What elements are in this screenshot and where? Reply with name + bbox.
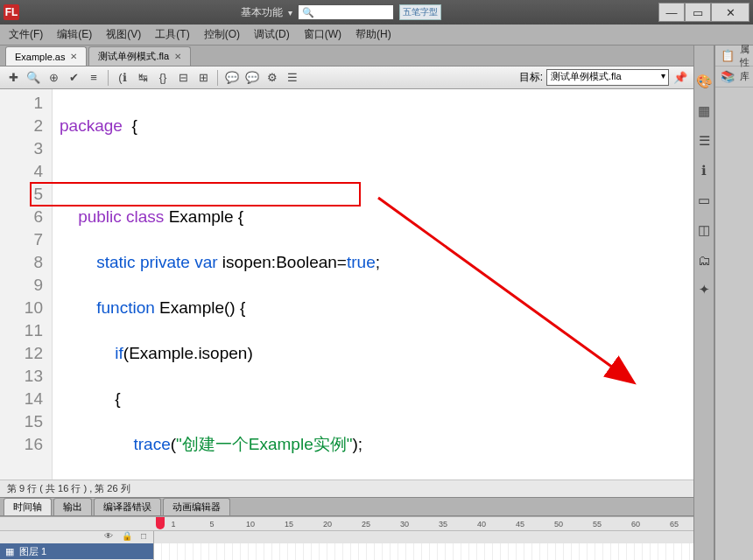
menu-bar: 文件(F) 编辑(E) 视图(V) 工具(T) 控制(O) 调试(D) 窗口(W…: [0, 24, 753, 46]
options-icon[interactable]: ☰: [285, 70, 300, 86]
title-bar: FL 基本功能 ▾ 🔍 五笔字型 — ▭ ✕: [0, 0, 753, 24]
frames-area[interactable]: [154, 531, 693, 560]
dock-label: 库: [740, 70, 749, 83]
mid-icon-dock: 🎨 ▦ ☰ ℹ ▭ ◫ 🗂 ✦: [694, 46, 714, 560]
align-icon[interactable]: ☰: [694, 131, 714, 150]
check-icon[interactable]: ✔: [66, 70, 81, 86]
transform-icon[interactable]: ▭: [694, 191, 714, 210]
right-dock: 📋 属性 📚 库: [714, 46, 753, 560]
library-panel-tab[interactable]: 📚 库: [715, 66, 753, 88]
playhead[interactable]: [156, 517, 165, 529]
properties-panel-tab[interactable]: 📋 属性: [715, 46, 753, 66]
close-button[interactable]: ✕: [711, 3, 749, 22]
eye-icon[interactable]: 👁: [104, 531, 113, 543]
search-input[interactable]: 🔍: [298, 4, 394, 20]
menu-edit[interactable]: 编辑(E): [57, 27, 92, 42]
motion-presets-icon[interactable]: ✦: [694, 280, 714, 299]
file-tab-bar: Example.as ✕ 测试单例模式.fla ✕: [0, 46, 693, 66]
format-icon[interactable]: ≡: [86, 70, 102, 86]
code-body[interactable]: package { public class Example { static …: [53, 89, 693, 480]
minimize-button[interactable]: —: [658, 3, 685, 22]
menu-debug[interactable]: 调试(D): [254, 27, 290, 42]
close-icon[interactable]: ✕: [70, 52, 77, 61]
library-quick-icon[interactable]: ◫: [694, 220, 714, 240]
target-select[interactable]: 测试单例模式.fla: [546, 69, 669, 86]
target-label: 目标:: [519, 70, 543, 85]
menu-window[interactable]: 窗口(W): [304, 27, 341, 42]
tab-motion-editor[interactable]: 动画编辑器: [163, 498, 230, 515]
layer-icon: ▦: [5, 546, 14, 557]
menu-control[interactable]: 控制(O): [204, 27, 240, 42]
file-tab-fla[interactable]: 测试单例模式.fla ✕: [88, 46, 191, 66]
file-tab-example[interactable]: Example.as ✕: [5, 46, 87, 66]
swatches-icon[interactable]: 🎨: [694, 72, 714, 91]
lock-icon[interactable]: 🔒: [122, 531, 132, 543]
hint-icon[interactable]: (ℹ: [115, 70, 130, 86]
bottom-panel-tabs: 时间轴 输出 编译器错误 动画编辑器: [0, 497, 693, 516]
ime-badge: 五笔字型: [399, 4, 441, 20]
editor-status-bar: 第 9 行 ( 共 16 行 ) , 第 26 列: [0, 480, 693, 497]
layer-row[interactable]: ▦ 图层 1: [0, 543, 153, 559]
debug-icon[interactable]: ⚙: [264, 70, 280, 86]
code-editor[interactable]: 12345678910111213141516 package { public…: [0, 89, 693, 480]
comment-icon[interactable]: 💬: [224, 70, 240, 86]
menu-help[interactable]: 帮助(H): [355, 27, 391, 42]
menu-file[interactable]: 文件(F): [9, 27, 43, 42]
pin-icon[interactable]: 📌: [672, 70, 688, 86]
menu-tools[interactable]: 工具(T): [155, 27, 189, 42]
color-panel-icon[interactable]: ▦: [694, 102, 714, 121]
uncomment-icon[interactable]: 💬: [244, 70, 260, 86]
code-toolbar: ✚ 🔍 ⊕ ✔ ≡ (ℹ ↹ {} ⊟ ⊞ 💬 💬 ⚙ ☰ 目标: 测试单例模式…: [0, 66, 693, 89]
tab-timeline[interactable]: 时间轴: [4, 498, 52, 515]
find-icon[interactable]: 🔍: [25, 70, 41, 86]
timeline-ruler[interactable]: 15101520253035404550556065: [0, 517, 693, 531]
library-icon: 📚: [721, 70, 735, 84]
indent-icon[interactable]: ↹: [135, 70, 151, 86]
tab-compiler-errors[interactable]: 编译器错误: [94, 498, 161, 515]
maximize-button[interactable]: ▭: [685, 3, 711, 22]
dock-label: 属性: [740, 43, 749, 69]
dropdown-icon[interactable]: ▾: [288, 8, 292, 18]
outline-icon[interactable]: □: [141, 531, 146, 543]
timeline-panel: 15101520253035404550556065 👁🔒□ ▦ 图层 1: [0, 516, 693, 560]
info-icon[interactable]: ℹ: [694, 161, 714, 180]
tab-label: 测试单例模式.fla: [98, 50, 169, 63]
tab-output[interactable]: 输出: [53, 498, 92, 515]
collapse-icon[interactable]: ⊟: [175, 70, 191, 86]
workspace-preset-label[interactable]: 基本功能: [241, 5, 283, 20]
brace-icon[interactable]: {}: [155, 70, 171, 86]
layer-name: 图层 1: [19, 545, 46, 558]
app-logo: FL: [4, 4, 19, 20]
add-icon[interactable]: ✚: [5, 70, 21, 86]
close-icon[interactable]: ✕: [174, 52, 181, 61]
components-icon[interactable]: 🗂: [694, 250, 714, 270]
menu-view[interactable]: 视图(V): [106, 27, 141, 42]
properties-icon: 📋: [721, 49, 735, 63]
expand-icon[interactable]: ⊞: [195, 70, 211, 86]
tab-label: Example.as: [15, 52, 65, 62]
target-icon[interactable]: ⊕: [46, 70, 61, 86]
line-gutter: 12345678910111213141516: [0, 89, 53, 480]
